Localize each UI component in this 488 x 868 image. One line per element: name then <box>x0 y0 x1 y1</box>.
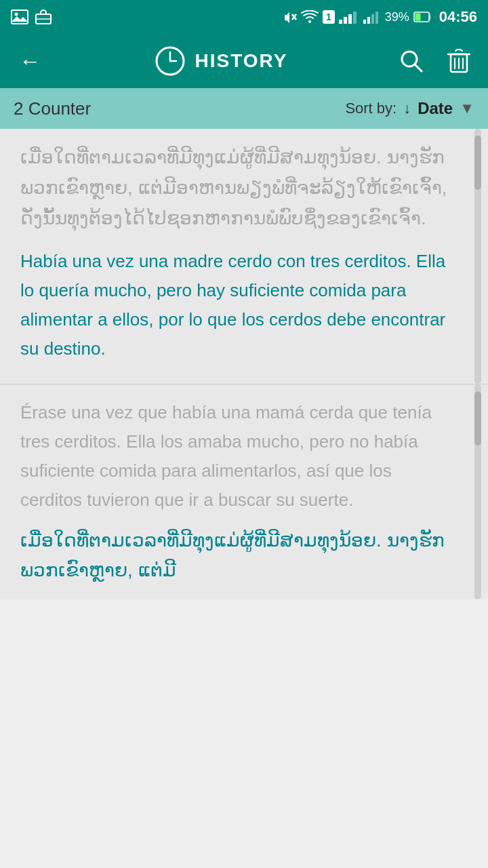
spanish-teal-text-1: Había una vez una madre cerdo con tres c… <box>20 247 447 363</box>
search-button[interactable] <box>396 45 427 77</box>
dropdown-arrow-icon[interactable]: ▼ <box>460 100 474 117</box>
svg-rect-11 <box>353 12 357 24</box>
status-bar-left-icons <box>11 9 52 24</box>
app-bar-actions <box>396 44 474 78</box>
lao-teal-text-2: ເມື່ອໃດທີ່ຕາມເວລາທີ່ມີທຸງແມ່ຜູ້ທີ່ມີສາມທ… <box>20 526 447 587</box>
scrollbar-thumb-2[interactable] <box>474 391 481 446</box>
svg-line-22 <box>415 64 422 71</box>
sort-field-label: Date <box>418 99 453 118</box>
list-item: Érase una vez que había una mamá cerda q… <box>0 384 488 599</box>
signal-icon <box>339 10 359 24</box>
svg-marker-2 <box>12 16 28 22</box>
back-button[interactable]: ← <box>14 46 46 77</box>
status-bar: 1 39% 04:56 <box>0 0 488 34</box>
history-clock-icon <box>155 45 186 77</box>
svg-rect-9 <box>344 17 347 24</box>
scrollbar-thumb[interactable] <box>474 136 481 190</box>
app-bar-title: HISTORY <box>195 50 288 72</box>
svg-rect-14 <box>371 14 374 24</box>
svg-point-1 <box>15 13 18 16</box>
sort-direction-icon: ↓ <box>403 100 411 117</box>
scrollbar[interactable] <box>474 129 481 384</box>
trash-icon <box>447 48 470 74</box>
sort-bar: 2 Counter Sort by: ↓ Date ▼ <box>0 88 488 129</box>
svg-point-7 <box>308 20 311 23</box>
sort-controls[interactable]: Sort by: ↓ Date ▼ <box>345 99 474 118</box>
list-item: ເມື່ອໃດທີ່ຕາມເວລາທີ່ມີທຸງແມ່ຜູ້ທີ່ມີສາມທ… <box>0 129 488 384</box>
battery-icon <box>413 12 432 22</box>
spanish-gray-text-2: Érase una vez que había una mamá cerda q… <box>20 398 447 515</box>
sim-badge: 1 <box>323 10 335 24</box>
sort-by-label: Sort by: <box>345 100 396 117</box>
app-bar-title-group: HISTORY <box>155 45 288 77</box>
delete-button[interactable] <box>443 44 474 78</box>
svg-rect-8 <box>339 20 342 24</box>
svg-rect-13 <box>367 17 370 24</box>
counter-label: 2 Counter <box>14 98 91 119</box>
status-bar-right: 1 39% 04:56 <box>282 8 477 26</box>
app-bar: ← HISTORY <box>0 34 488 88</box>
search-icon <box>400 50 423 73</box>
wifi-icon <box>301 10 319 24</box>
time-display: 04:56 <box>439 8 477 26</box>
battery-percentage: 39% <box>385 10 409 24</box>
svg-rect-10 <box>348 14 352 24</box>
signal2-icon <box>363 10 381 24</box>
svg-rect-17 <box>415 14 420 21</box>
mute-icon <box>282 9 297 24</box>
svg-rect-12 <box>363 20 366 24</box>
history-list: ເມື່ອໃດທີ່ຕາມເວລາທີ່ມີທຸງແມ່ຜູ້ທີ່ມີສາມທ… <box>0 129 488 599</box>
svg-rect-15 <box>375 12 378 24</box>
lao-text-1: ເມື່ອໃດທີ່ຕາມເວລາທີ່ມີທຸງແມ່ຜູ້ທີ່ມີສາມທ… <box>20 142 447 233</box>
scrollbar-2[interactable] <box>474 384 481 599</box>
image-icon <box>11 9 28 24</box>
briefcase-icon <box>35 9 52 24</box>
